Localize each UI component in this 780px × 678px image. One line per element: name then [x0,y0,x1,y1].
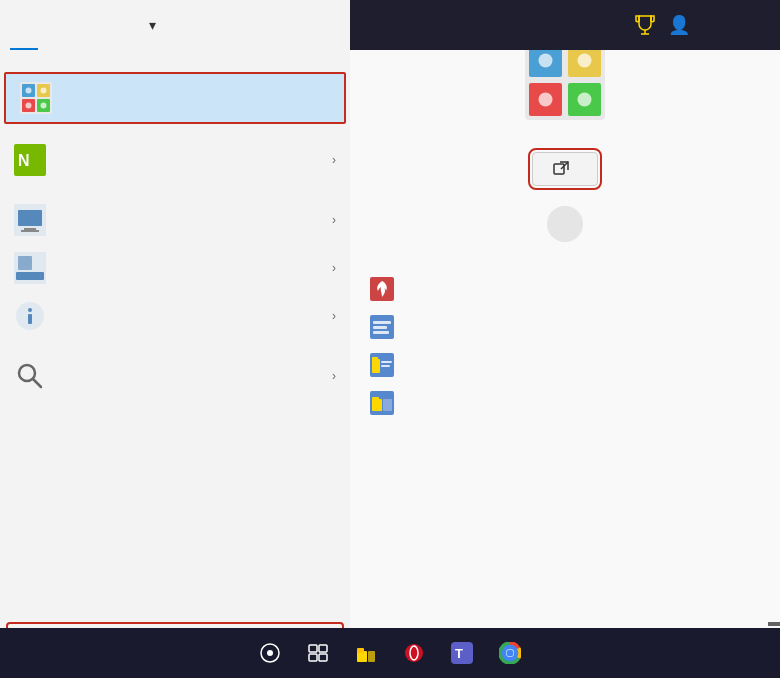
svg-rect-39 [373,326,387,329]
svg-rect-60 [368,651,375,662]
taskbar-explorer-button[interactable] [346,633,386,673]
svg-rect-16 [16,272,44,280]
watermark [768,622,780,626]
explorer-options-icon [370,353,394,377]
top-right-controls: 👤 [350,0,780,50]
settings-section-label [0,184,350,196]
svg-rect-49 [383,399,392,411]
tab-documents[interactable] [74,0,102,50]
taskbar-taskview-button[interactable] [298,633,338,673]
recent-item-firewall[interactable] [370,270,760,308]
svg-rect-56 [309,654,317,661]
taskbar-arrow-icon: › [332,261,336,275]
firewall-icon [370,277,394,301]
settings-bitness-item[interactable]: › [0,292,350,340]
dots-menu-button[interactable] [702,10,732,40]
svg-rect-38 [373,321,391,324]
system-arrow-icon: › [332,213,336,227]
nvidia-arrow-icon: › [332,153,336,167]
svg-rect-13 [24,228,36,230]
svg-point-5 [26,88,32,94]
expand-button[interactable] [547,206,583,242]
svg-rect-43 [372,357,378,361]
svg-point-7 [26,103,32,109]
svg-point-33 [578,93,592,107]
recent-item-explorer[interactable] [370,346,760,384]
trophy-badge [630,14,656,36]
settings-system-item[interactable]: › [0,196,350,244]
best-match-item[interactable] [4,72,346,124]
svg-rect-14 [21,230,39,232]
app-icon-large [525,40,605,124]
svg-point-67 [507,650,514,657]
nvidia-icon: N [14,144,46,176]
web-section-label [0,340,350,352]
tab-more[interactable]: ▾ [138,0,164,50]
svg-line-22 [33,379,41,387]
svg-rect-55 [319,645,327,652]
svg-rect-45 [381,365,390,367]
best-match-label [0,60,350,72]
recent-item-programs[interactable] [370,308,760,346]
taskbar-start-button[interactable] [250,633,290,673]
user-icon-button[interactable]: 👤 [664,10,694,40]
tab-web[interactable] [106,0,134,50]
web-search-item[interactable]: › [0,352,350,400]
tab-all[interactable] [10,0,38,50]
search-panel: ▾ [0,0,350,678]
svg-point-19 [28,308,32,312]
svg-rect-54 [309,645,317,652]
taskbar: T [0,628,780,678]
svg-rect-42 [372,359,380,373]
svg-point-6 [41,88,47,94]
workfolders-icon [370,391,394,415]
tabs-bar: ▾ [0,0,350,50]
recent-section [350,262,780,422]
chevron-down-icon: ▾ [149,17,156,33]
svg-point-30 [539,54,553,68]
nvidia-control-panel-item[interactable]: N › [0,136,350,184]
bitness-arrow-icon: › [332,309,336,323]
svg-rect-20 [28,314,32,324]
info-icon [14,300,46,332]
svg-rect-59 [357,648,364,653]
open-icon [553,161,569,177]
control-panel-icon-small [20,82,52,114]
taskbar-chrome-button[interactable] [490,633,530,673]
svg-rect-17 [18,256,32,270]
trophy-icon [634,14,656,36]
svg-point-31 [578,54,592,68]
results-area: N › › [0,50,350,618]
taskbar-icon [14,252,46,284]
programs-icon [370,315,394,339]
svg-rect-40 [373,331,389,334]
svg-rect-12 [18,210,42,226]
svg-rect-34 [554,164,564,174]
system-icon [14,204,46,236]
svg-rect-44 [381,361,392,363]
taskbar-teams-button[interactable]: T [442,633,482,673]
search-web-icon [14,360,46,392]
recent-item-workfolders[interactable] [370,384,760,422]
open-button[interactable] [532,152,598,186]
svg-rect-48 [372,397,379,401]
svg-point-53 [267,650,273,656]
apps-section-label [0,124,350,136]
settings-taskbar-item[interactable]: › [0,244,350,292]
svg-point-8 [41,103,47,109]
svg-text:T: T [455,646,463,661]
taskbar-opera-button[interactable] [394,633,434,673]
right-panel [350,0,780,628]
close-button[interactable] [740,10,770,40]
web-arrow-icon: › [332,369,336,383]
tab-apps[interactable] [42,0,70,50]
svg-text:N: N [18,152,30,169]
svg-point-32 [539,93,553,107]
svg-rect-57 [319,654,327,661]
